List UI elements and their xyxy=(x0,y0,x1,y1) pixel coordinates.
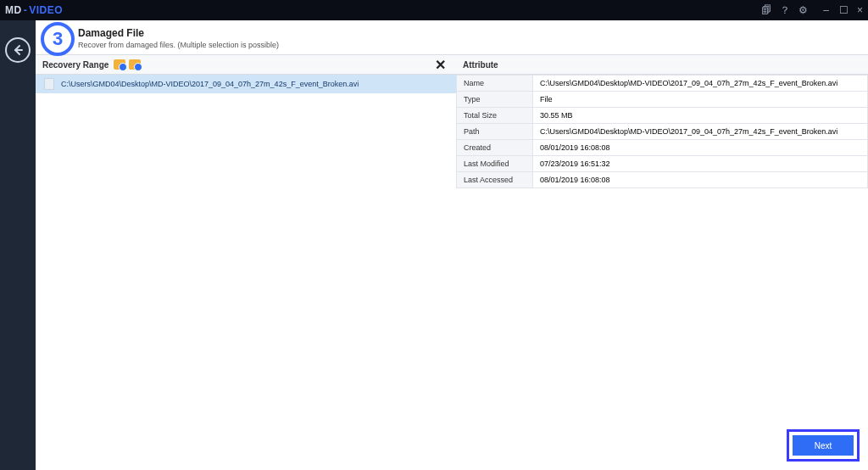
titlebar-icons: 🗐 ？ ⚙ – ☐ × xyxy=(761,3,863,18)
file-icon xyxy=(44,78,54,90)
footer: Next xyxy=(787,429,860,462)
help-icon[interactable]: ？ xyxy=(780,3,790,18)
sidebar xyxy=(0,20,36,470)
remove-item-button[interactable]: ✕ xyxy=(431,58,449,72)
attribute-header-label: Attribute xyxy=(463,60,498,70)
next-button-highlight: Next xyxy=(787,429,860,462)
attribute-key: Path xyxy=(457,124,533,140)
arrow-left-icon xyxy=(11,43,25,57)
attribute-key: Type xyxy=(457,92,533,108)
attribute-row: Last Accessed08/01/2019 16:08:08 xyxy=(457,172,868,188)
attribute-row: NameC:\Users\GMD04\Desktop\MD-VIDEO\2017… xyxy=(457,76,868,92)
attribute-value: 08/01/2019 16:08:08 xyxy=(533,140,868,156)
attribute-key: Last Modified xyxy=(457,156,533,172)
main-content: 3 Damaged File Recover from damaged file… xyxy=(36,20,868,470)
add-folder-icon[interactable] xyxy=(114,59,125,70)
attribute-table: NameC:\Users\GMD04\Desktop\MD-VIDEO\2017… xyxy=(456,75,868,188)
attribute-value: File xyxy=(533,92,868,108)
logo-video: VIDEO xyxy=(29,4,63,16)
attribute-key: Last Accessed xyxy=(457,172,533,188)
next-button-label: Next xyxy=(815,441,832,450)
window-minimize[interactable]: – xyxy=(823,4,831,16)
attribute-value: 08/01/2019 16:08:08 xyxy=(533,172,868,188)
recovery-range-label: Recovery Range xyxy=(42,60,108,70)
step-number-badge: 3 xyxy=(41,22,75,56)
attribute-pane: Attribute NameC:\Users\GMD04\Desktop\MD-… xyxy=(456,54,868,470)
add-file-icon[interactable] xyxy=(129,59,141,70)
app-logo: MD-VIDEO xyxy=(5,4,63,16)
recovery-range-pane: Recovery Range ✕ C:\Users\GMD04\Desktop\… xyxy=(36,54,456,470)
attribute-row: Created08/01/2019 16:08:08 xyxy=(457,140,868,156)
attribute-key: Created xyxy=(457,140,533,156)
titlebar: MD-VIDEO 🗐 ？ ⚙ – ☐ × xyxy=(0,0,868,20)
attribute-key: Total Size xyxy=(457,108,533,124)
page-heading: 3 Damaged File Recover from damaged file… xyxy=(36,20,868,54)
logo-dash: - xyxy=(24,4,28,16)
window-close[interactable]: × xyxy=(857,4,863,16)
page-subtitle: Recover from damaged files. (Multiple se… xyxy=(78,41,868,49)
window-maximize[interactable]: ☐ xyxy=(839,4,849,16)
attribute-header: Attribute xyxy=(456,54,868,75)
file-path-text: C:\Users\GMD04\Desktop\MD-VIDEO\2017_09_… xyxy=(61,80,359,88)
attribute-row: PathC:\Users\GMD04\Desktop\MD-VIDEO\2017… xyxy=(457,124,868,140)
page-title: Damaged File xyxy=(78,27,868,39)
back-button[interactable] xyxy=(5,37,31,63)
attribute-value: C:\Users\GMD04\Desktop\MD-VIDEO\2017_09_… xyxy=(533,124,868,140)
attribute-row: Total Size30.55 MB xyxy=(457,108,868,124)
attribute-value: 07/23/2019 16:51:32 xyxy=(533,156,868,172)
next-button[interactable]: Next xyxy=(793,435,854,456)
file-list-item[interactable]: C:\Users\GMD04\Desktop\MD-VIDEO\2017_09_… xyxy=(36,75,456,93)
gear-icon[interactable]: ⚙ xyxy=(798,4,808,16)
attribute-row: Last Modified07/23/2019 16:51:32 xyxy=(457,156,868,172)
save-icon[interactable]: 🗐 xyxy=(761,4,771,16)
logo-md: MD xyxy=(5,4,22,16)
attribute-value: C:\Users\GMD04\Desktop\MD-VIDEO\2017_09_… xyxy=(533,76,868,92)
attribute-row: TypeFile xyxy=(457,92,868,108)
attribute-value: 30.55 MB xyxy=(533,108,868,124)
attribute-key: Name xyxy=(457,76,533,92)
recovery-range-header: Recovery Range ✕ xyxy=(36,54,456,75)
